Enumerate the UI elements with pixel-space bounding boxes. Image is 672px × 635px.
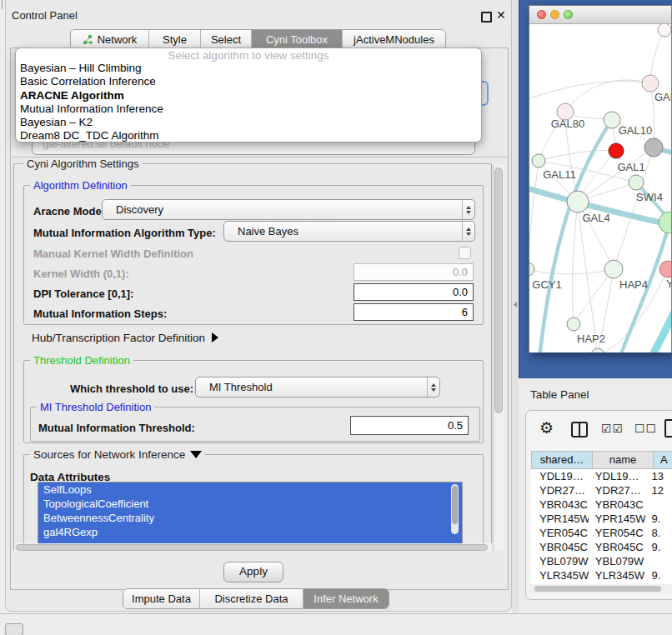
data-attributes-list[interactable]: SelfLoopsTopologicalCoefficientBetweenne… [38,482,463,546]
table-cell: YDL19… [589,469,645,483]
columns-icon[interactable] [571,422,588,438]
table-cell: YPR145W [589,512,645,526]
aracne-mode-label: Aracne Mode: [33,205,105,218]
float-panel-icon[interactable] [481,12,492,22]
tab-cyni-toolbox[interactable]: Cyni Toolbox [252,30,343,49]
mi-type-combobox[interactable]: Naive Bayes [223,221,475,242]
aracne-mode-value: Discovery [103,203,462,216]
mi-threshold-field[interactable]: 0.5 [350,416,469,435]
table-cell: YLR345W [589,568,645,582]
tab-style[interactable]: Style [149,30,201,49]
network-node[interactable] [591,348,604,352]
table-cell: 13 [645,469,672,483]
dropdown-item[interactable]: Basic Correlation Inference [16,75,481,88]
tab-select[interactable]: Select [201,30,252,49]
stepper-icon [427,378,439,397]
mi-steps-field[interactable]: 6 [354,303,474,321]
table-row[interactable]: YDR27…YDR27…12 [531,483,672,498]
table-row[interactable]: YBR043CYBR043C [531,498,672,512]
which-threshold-value: MI Threshold [196,381,427,393]
table-row[interactable]: YBR045CYBR045C9. [531,540,672,554]
network-node-label: GAL11 [543,168,576,181]
attribute-list-item[interactable]: BetweennessCentrality [38,511,462,525]
table-cell: 9. [645,512,672,526]
aracne-mode-combobox[interactable]: Discovery [102,199,475,220]
algorithm-dropdown: Select algorithm to view settings Bayesi… [15,48,482,142]
algorithm-definition-title: Algorithm Definition [30,179,131,192]
tab-discretize-data[interactable]: Discretize Data [200,589,303,608]
deselect-all-icon[interactable]: ☐☐ [634,422,657,435]
table-row[interactable]: YDL19…YDL19…13 [531,469,672,483]
column-header-name[interactable]: name [592,451,654,469]
close-window-icon[interactable] [537,10,546,19]
settings-vertical-scrollbar-thumb[interactable] [494,168,503,413]
status-separator [0,613,672,614]
network-canvas[interactable]: GALGAL80GAL10GAL1GAL11GAL4SWI4GCY1HAP4YH… [529,24,671,352]
sources-disclosure[interactable]: Sources for Network Inference [30,448,205,461]
settings-horizontal-scrollbar-thumb[interactable] [16,544,488,551]
network-node-label: Y [666,278,671,290]
network-node[interactable] [642,75,659,92]
network-node[interactable] [659,212,671,233]
attributes-scrollbar-thumb[interactable] [452,486,458,524]
dropdown-placeholder: Select algorithm to view settings [16,49,481,62]
collapsed-panel-button[interactable] [5,623,23,635]
zoom-window-icon[interactable] [564,10,573,19]
table-cell: YBR045C [531,540,589,554]
attribute-list-item[interactable]: SelfLoops [38,482,462,497]
apply-button[interactable]: Apply [223,562,283,582]
network-node[interactable] [609,143,624,158]
tab-network[interactable]: Network [71,30,149,49]
attribute-list-item[interactable]: TopologicalCoefficient [38,497,462,511]
network-node[interactable] [644,138,663,157]
network-node[interactable] [532,154,545,168]
attribute-list-item[interactable]: gal4RGexp [38,525,462,539]
network-node[interactable] [629,175,644,190]
which-threshold-combobox[interactable]: MI Threshold [195,377,440,398]
network-window-titlebar[interactable] [529,6,671,24]
window-edge-tick [2,0,3,9]
hub-definition-disclosure[interactable]: Hub/Transcription Factor Definition [32,332,218,344]
network-node-label: SWI4 [636,191,663,203]
network-node-label: GCY1 [532,278,561,291]
dropdown-item[interactable]: Mutual Information Inference [16,102,481,116]
table-row[interactable]: YLR345WYLR345W9. [531,568,672,582]
document-icon[interactable] [664,419,672,438]
gear-icon[interactable]: ⚙ [539,418,554,438]
manual-kernel-checkbox[interactable] [459,247,471,259]
network-node[interactable] [604,260,623,278]
network-node[interactable] [567,191,589,212]
dropdown-item[interactable]: Dream8 DC_TDC Algorithm [16,129,481,142]
kernel-width-field[interactable]: 0.0 [354,263,474,281]
table-cell: YPR145W [531,512,589,526]
table-panel-title: Table Panel [530,388,589,401]
tab-jactivemnodules[interactable]: jActiveMNodules [343,30,445,49]
network-node[interactable] [567,318,580,331]
table-row[interactable]: YBL079WYBL079W [531,554,672,568]
panel-splitter[interactable] [512,0,519,613]
table-row[interactable]: YPR145WYPR145W9. [531,512,672,526]
stepper-icon [462,222,474,241]
network-node[interactable] [529,262,534,276]
network-view-window: GALGAL80GAL10GAL1GAL11GAL4SWI4GCY1HAP4YH… [529,5,672,352]
tab-impute-data[interactable]: Impute Data [123,589,200,608]
dropdown-item[interactable]: ARACNE Algorithm [16,89,481,102]
tab-infer-network[interactable]: Infer Network [303,589,389,608]
dropdown-item[interactable]: Bayesian – K2 [16,116,481,129]
dpi-tolerance-field[interactable]: 0.0 [354,283,474,301]
close-panel-icon[interactable]: ✕ [496,8,506,22]
network-node[interactable] [658,24,671,37]
table-horizontal-scrollbar-thumb[interactable] [534,586,661,592]
column-header-a[interactable]: A [653,451,672,469]
stepper-icon [462,200,474,219]
column-header-shared[interactable]: shared… [531,451,593,469]
dropdown-item[interactable]: Bayesian – Hill Climbing [16,62,481,75]
table-row[interactable]: YER054CYER054C8. [531,526,672,540]
select-all-icon[interactable]: ☑☑ [601,422,624,435]
expand-triangle-icon [212,332,218,342]
minimize-window-icon[interactable] [550,10,559,19]
table-cell: YBR043C [531,498,589,512]
table-cell: 9. [645,540,672,554]
cyni-settings-title: Cyni Algorithm Settings [23,158,142,170]
network-node[interactable] [659,261,671,278]
